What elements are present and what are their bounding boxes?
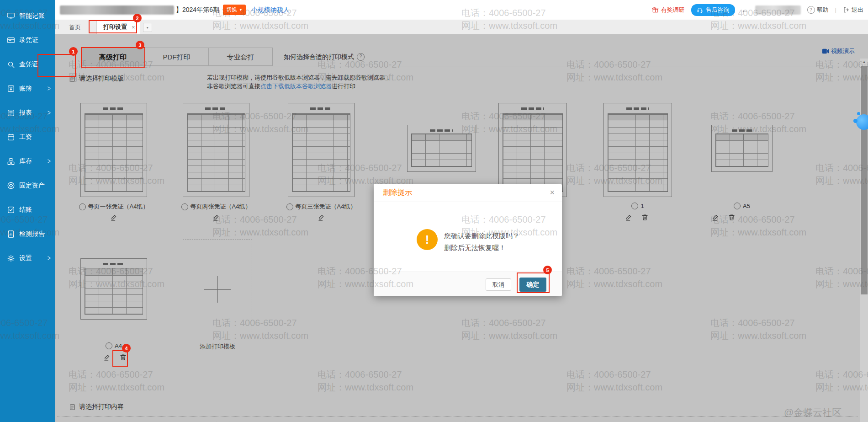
- sidebar-item[interactable]: 设置 >: [0, 246, 55, 270]
- dialog-footer: 取消 确定: [374, 272, 562, 296]
- tab-print-settings[interactable]: 打印设置 ×: [96, 20, 140, 34]
- sidebar-nav: 智能记账 录凭证 查凭证 账簿 > 报表 > 工资 库存 > 固定资产 结账 检…: [0, 0, 55, 422]
- sidebar-item[interactable]: 结账: [0, 198, 55, 222]
- sidebar-item-icon: [7, 182, 15, 190]
- app-window: 智能记账 录凭证 查凭证 账簿 > 报表 > 工资 库存 > 固定资产 结账 检…: [0, 0, 868, 422]
- tab-list-dropdown[interactable]: ▼: [143, 23, 152, 32]
- dialog-message: 您确认要删除此模版吗？ 删除后无法恢复喔！: [444, 230, 519, 254]
- sidebar-item-label: 查凭证: [19, 60, 38, 69]
- sidebar-item[interactable]: 智能记账: [0, 4, 55, 28]
- question-circle-icon: ?: [807, 6, 815, 14]
- period-label: 】2024年第6期: [176, 6, 219, 14]
- help-link[interactable]: ? 帮助: [807, 6, 829, 14]
- sidebar-item-icon: [7, 109, 15, 117]
- switch-period-button[interactable]: 切换▼: [223, 5, 246, 15]
- sidebar-item[interactable]: 报表 >: [0, 101, 55, 125]
- dialog-header: 删除提示 ×: [374, 184, 562, 202]
- sidebar-item-icon: [7, 85, 15, 93]
- topbar-right: 有奖调研 售后咨询 ← ? 帮助 | 退出: [652, 4, 863, 16]
- sidebar-item-icon: [7, 157, 15, 166]
- back-arrow-icon[interactable]: ←: [741, 6, 749, 14]
- sidebar-item-icon: [7, 36, 15, 44]
- main-area: 】2024年第6期 切换▼ 小规模纳税人 有奖调研 售后咨询 ← ? 帮助 |: [55, 0, 868, 422]
- sidebar-item-label: 录凭证: [19, 36, 38, 44]
- username-redacted: [755, 5, 801, 15]
- chevron-right-icon: >: [48, 108, 51, 117]
- sidebar-item[interactable]: 库存 >: [0, 149, 55, 173]
- chevron-right-icon: >: [48, 84, 51, 92]
- sidebar-item-label: 库存: [19, 157, 32, 166]
- taxpayer-type-label: 小规模纳税人: [251, 6, 290, 14]
- sidebar-item[interactable]: 录凭证: [0, 28, 55, 52]
- sidebar-item[interactable]: 账簿 >: [0, 76, 55, 101]
- sidebar-item-icon: [7, 133, 15, 141]
- cancel-button[interactable]: 取消: [486, 278, 511, 291]
- sidebar-item-icon: [7, 254, 15, 262]
- warning-icon: !: [417, 229, 438, 250]
- close-dialog-icon[interactable]: ×: [550, 188, 555, 198]
- headset-icon: [697, 7, 703, 13]
- sidebar-item-icon: [7, 206, 15, 214]
- sidebar-item-label: 智能记账: [19, 12, 45, 20]
- sidebar-item[interactable]: 工资: [0, 125, 55, 149]
- topbar-divider: |: [835, 6, 836, 13]
- survey-link[interactable]: 有奖调研: [652, 6, 685, 14]
- sidebar-item-icon: [7, 12, 15, 20]
- scrollbar-thumb[interactable]: [861, 66, 868, 294]
- tab-bar: 首页 打印设置 × ▼: [55, 20, 868, 34]
- sidebar-item-label: 固定资产: [19, 182, 45, 190]
- tab-home[interactable]: 首页: [62, 21, 88, 34]
- caret-down-icon: ▼: [239, 8, 243, 12]
- company-name-redacted: [60, 5, 174, 15]
- assistant-mascot[interactable]: [854, 112, 868, 132]
- dotted-divider: [57, 417, 858, 417]
- sidebar-item-label: 结账: [19, 206, 32, 214]
- sidebar-item-icon: [7, 60, 15, 69]
- sidebar-item-label: 设置: [19, 254, 32, 262]
- close-tab-icon[interactable]: ×: [132, 24, 135, 31]
- support-button[interactable]: 售后咨询: [691, 4, 735, 16]
- logout-icon: [843, 6, 850, 13]
- sidebar-item-icon: [7, 230, 15, 238]
- sidebar-item-label: 报表: [19, 109, 32, 117]
- scroll-up-arrow[interactable]: ▲: [860, 59, 868, 65]
- gift-icon: [652, 6, 659, 13]
- sidebar-item-label: 检测报告: [19, 230, 45, 238]
- sidebar-item[interactable]: 固定资产: [0, 173, 55, 198]
- sidebar-item-label: 账簿: [19, 85, 32, 93]
- topbar: 】2024年第6期 切换▼ 小规模纳税人 有奖调研 售后咨询 ← ? 帮助 |: [55, 0, 868, 20]
- sidebar-item[interactable]: 查凭证: [0, 52, 55, 76]
- chevron-right-icon: >: [48, 157, 51, 165]
- logout-link[interactable]: 退出: [843, 6, 863, 14]
- delete-confirm-dialog: 删除提示 × ! 您确认要删除此模版吗？ 删除后无法恢复喔！ 取消 确定: [374, 184, 562, 296]
- sidebar-item-label: 工资: [19, 133, 32, 141]
- sidebar-item[interactable]: 检测报告: [0, 222, 55, 246]
- chevron-right-icon: >: [48, 254, 51, 262]
- dialog-title: 删除提示: [383, 188, 412, 198]
- confirm-button[interactable]: 确定: [519, 278, 546, 292]
